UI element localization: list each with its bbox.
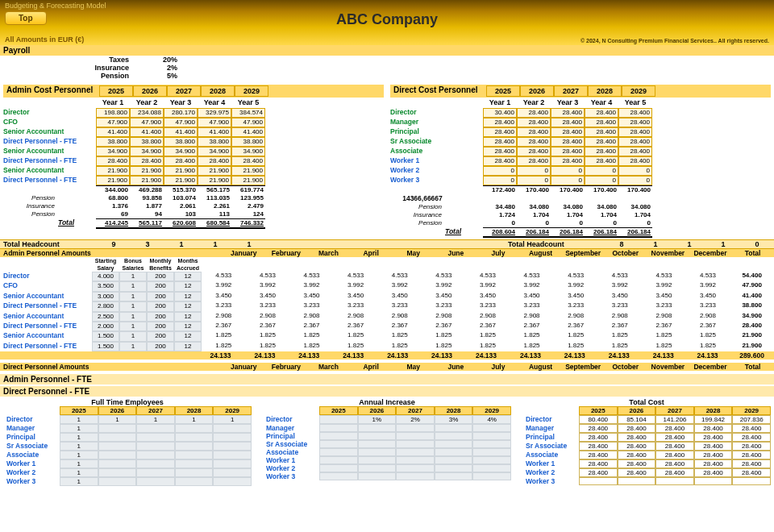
bottom-cell[interactable] bbox=[396, 464, 435, 472]
bottom-cell[interactable] bbox=[435, 464, 473, 472]
bottom-cell[interactable] bbox=[319, 432, 358, 440]
cost-cell[interactable]: 0 bbox=[618, 166, 652, 176]
bottom-cell[interactable] bbox=[213, 442, 252, 451]
bottom-cell[interactable] bbox=[358, 472, 397, 480]
bottom-cell[interactable] bbox=[213, 468, 252, 477]
cost-cell[interactable]: 329.975 bbox=[198, 108, 231, 118]
apa-input[interactable]: 2.000 bbox=[92, 322, 119, 331]
cost-cell[interactable]: 28.400 bbox=[618, 118, 652, 127]
bottom-cell[interactable] bbox=[358, 464, 397, 472]
apa-input[interactable]: 1 bbox=[119, 342, 147, 351]
apa-input[interactable]: 1.500 bbox=[92, 331, 119, 341]
cost-cell[interactable]: 28.400 bbox=[198, 156, 231, 166]
cost-cell[interactable]: 41.400 bbox=[198, 127, 231, 137]
apa-input[interactable]: 12 bbox=[174, 331, 202, 341]
apa-input[interactable]: 200 bbox=[147, 292, 174, 301]
bottom-cell[interactable] bbox=[136, 459, 175, 468]
bottom-cell[interactable] bbox=[319, 448, 358, 456]
bottom-cell[interactable] bbox=[472, 464, 511, 472]
apa-input[interactable]: 200 bbox=[147, 301, 174, 311]
bottom-cell[interactable] bbox=[136, 468, 175, 477]
cost-cell[interactable]: 28.400 bbox=[618, 147, 652, 156]
bottom-cell[interactable]: 1 bbox=[60, 424, 98, 433]
bottom-cell[interactable] bbox=[319, 464, 358, 472]
cost-cell[interactable]: 47.900 bbox=[198, 118, 231, 127]
cost-cell[interactable]: 0 bbox=[551, 176, 585, 185]
bottom-cell[interactable] bbox=[213, 433, 252, 442]
bottom-cell[interactable]: 1 bbox=[98, 415, 137, 424]
cost-cell[interactable]: 28.400 bbox=[618, 156, 652, 166]
cost-cell[interactable]: 234.088 bbox=[130, 108, 164, 118]
bottom-cell[interactable] bbox=[472, 456, 511, 464]
apa-input[interactable]: 200 bbox=[147, 272, 174, 281]
bottom-cell[interactable] bbox=[136, 433, 175, 442]
cost-cell[interactable]: 38.800 bbox=[96, 137, 130, 147]
cost-cell[interactable]: 28.400 bbox=[517, 127, 551, 137]
bottom-cell[interactable] bbox=[435, 424, 473, 432]
bottom-cell[interactable] bbox=[435, 432, 473, 440]
apa-input[interactable]: 200 bbox=[147, 281, 174, 291]
apa-input[interactable]: 12 bbox=[174, 272, 202, 281]
cost-cell[interactable]: 28.400 bbox=[551, 137, 585, 147]
cost-cell[interactable]: 21.900 bbox=[198, 166, 231, 176]
cost-cell[interactable]: 38.800 bbox=[130, 137, 164, 147]
cost-cell[interactable]: 28.400 bbox=[585, 127, 618, 137]
apa-input[interactable]: 1 bbox=[119, 292, 147, 301]
bottom-cell[interactable] bbox=[175, 433, 214, 442]
bottom-cell[interactable] bbox=[175, 424, 214, 433]
apa-input[interactable]: 1 bbox=[119, 272, 147, 281]
cost-cell[interactable]: 28.400 bbox=[164, 156, 198, 166]
cost-cell[interactable]: 38.800 bbox=[164, 137, 198, 147]
cost-cell[interactable]: 41.400 bbox=[96, 127, 130, 137]
bottom-cell[interactable] bbox=[472, 448, 511, 456]
apa-input[interactable]: 2.500 bbox=[92, 312, 119, 322]
cost-cell[interactable]: 21.900 bbox=[198, 176, 231, 185]
apa-input[interactable]: 1 bbox=[119, 331, 147, 341]
bottom-cell[interactable] bbox=[396, 440, 435, 448]
bottom-cell[interactable]: 4% bbox=[472, 415, 511, 424]
cost-cell[interactable]: 28.400 bbox=[618, 137, 652, 147]
bottom-cell[interactable] bbox=[98, 468, 137, 477]
cost-cell[interactable]: 41.400 bbox=[231, 127, 265, 137]
bottom-cell[interactable] bbox=[472, 424, 511, 432]
cost-cell[interactable]: 0 bbox=[517, 176, 551, 185]
cost-cell[interactable]: 0 bbox=[585, 176, 618, 185]
cost-cell[interactable]: 28.400 bbox=[551, 156, 585, 166]
apa-input[interactable]: 1 bbox=[119, 322, 147, 331]
cost-cell[interactable]: 28.400 bbox=[517, 108, 551, 118]
bottom-cell[interactable] bbox=[319, 424, 358, 432]
bottom-cell[interactable] bbox=[98, 424, 137, 433]
bottom-cell[interactable] bbox=[136, 424, 175, 433]
cost-cell[interactable]: 28.400 bbox=[130, 156, 164, 166]
bottom-cell[interactable] bbox=[435, 448, 473, 456]
bottom-cell[interactable]: 1 bbox=[60, 442, 98, 451]
cost-cell[interactable]: 21.900 bbox=[164, 166, 198, 176]
cost-cell[interactable]: 34.900 bbox=[198, 147, 231, 156]
cost-cell[interactable]: 28.400 bbox=[585, 156, 618, 166]
bottom-cell[interactable] bbox=[98, 477, 137, 486]
cost-cell[interactable]: 28.400 bbox=[517, 137, 551, 147]
bottom-cell[interactable] bbox=[435, 456, 473, 464]
cost-cell[interactable]: 28.400 bbox=[483, 127, 517, 137]
bottom-cell[interactable]: 1 bbox=[175, 415, 214, 424]
apa-input[interactable]: 3.000 bbox=[92, 292, 119, 301]
bottom-cell[interactable] bbox=[175, 468, 214, 477]
bottom-cell[interactable] bbox=[136, 451, 175, 459]
cost-cell[interactable]: 28.400 bbox=[551, 147, 585, 156]
bottom-cell[interactable] bbox=[213, 459, 252, 468]
cost-cell[interactable]: 47.900 bbox=[164, 118, 198, 127]
apa-input[interactable]: 3.500 bbox=[92, 281, 119, 291]
cost-cell[interactable]: 0 bbox=[618, 176, 652, 185]
apa-input[interactable]: 12 bbox=[174, 322, 202, 331]
cost-cell[interactable]: 41.400 bbox=[130, 127, 164, 137]
bottom-cell[interactable]: 1 bbox=[60, 468, 98, 477]
bottom-cell[interactable]: 1 bbox=[60, 459, 98, 468]
bottom-cell[interactable] bbox=[175, 477, 214, 486]
cost-cell[interactable]: 34.900 bbox=[96, 147, 130, 156]
bottom-cell[interactable]: 1 bbox=[60, 451, 98, 459]
apa-input[interactable]: 12 bbox=[174, 281, 202, 291]
cost-cell[interactable]: 47.900 bbox=[231, 118, 265, 127]
cost-cell[interactable]: 384.574 bbox=[231, 108, 265, 118]
cost-cell[interactable]: 28.400 bbox=[618, 127, 652, 137]
bottom-cell[interactable] bbox=[213, 451, 252, 459]
